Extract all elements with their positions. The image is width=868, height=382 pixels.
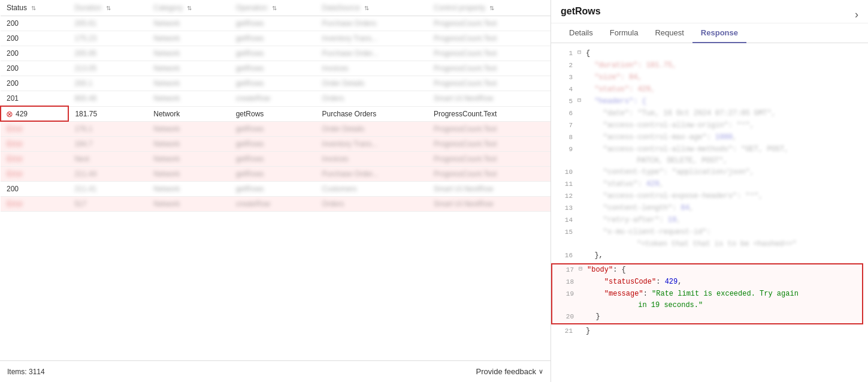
cell-control: ProgressCount.Text — [428, 137, 551, 152]
cell-status: Error — [1, 197, 68, 212]
status-value: 429 — [16, 110, 28, 118]
code-line-17: 17 ⊟ "body": { — [552, 264, 862, 276]
table-row[interactable]: 200 205.95 Network getRows Purchase Orde… — [1, 46, 551, 61]
cell-control: ProgressCount.Text — [428, 46, 551, 61]
code-line-21: 21 } — [551, 326, 868, 338]
cell-status-429: ⊗ 429 — [1, 106, 68, 121]
cell-category: Network — [147, 152, 229, 167]
chevron-right-icon[interactable]: › — [855, 8, 858, 21]
col-category[interactable]: Category ⇅ — [147, 0, 229, 16]
sort-icon-status: ⇅ — [31, 5, 36, 11]
sort-icon-control: ⇅ — [489, 5, 494, 11]
collapse-icon-5[interactable]: ⊟ — [577, 96, 586, 106]
cell-operation: getRows — [230, 152, 316, 167]
sort-icon-datasource: ⇅ — [364, 5, 369, 11]
cell-status: 200 — [1, 61, 68, 76]
table-row-error[interactable]: Error Next Network getRows Invoices Prog… — [1, 152, 551, 167]
tab-details[interactable]: Details — [561, 23, 601, 43]
cell-datasource: Purchase Order... — [316, 167, 428, 182]
cell-duration: 200.1 — [68, 76, 147, 91]
cell-status: 201 — [1, 91, 68, 107]
collapse-icon-1[interactable]: ⊟ — [577, 48, 586, 58]
cell-category: Network — [147, 137, 229, 152]
cell-status: 200 — [1, 182, 68, 197]
code-line-9: 9 "access-control-allow-methods": "GET, … — [551, 144, 868, 167]
table-row-error[interactable]: Error 211.44 Network getRows Purchase Or… — [1, 167, 551, 182]
cell-operation: getRows — [230, 182, 316, 197]
cell-duration: 213.05 — [68, 61, 147, 76]
table-row[interactable]: 200 211.41 Network getRows Customers Sma… — [1, 182, 551, 197]
table-row-error[interactable]: Error 517 Network createRow Orders Smart… — [1, 197, 551, 212]
cell-control: ProgressCount.Text — [428, 152, 551, 167]
col-operation[interactable]: Operation ⇅ — [230, 0, 316, 16]
highlighted-code-block: 17 ⊟ "body": { 18 "statusCode": 429, 19 … — [551, 263, 863, 324]
table-container[interactable]: Status ⇅ Duration ⇅ Category ⇅ Operation… — [0, 0, 551, 360]
tab-formula[interactable]: Formula — [601, 23, 647, 43]
col-status[interactable]: Status ⇅ — [1, 0, 68, 16]
cell-datasource: Invoices — [316, 152, 428, 167]
code-line-16: 16 }, — [551, 250, 868, 262]
cell-datasource: Orders — [316, 91, 428, 107]
code-line-15: 15 "x-ms-client-request-id": "<token tha… — [551, 227, 868, 249]
cell-status: Error — [1, 137, 68, 152]
code-line-11: 11 "status": 429, — [551, 179, 868, 191]
cell-duration: 517 — [68, 197, 147, 212]
cell-category: Network — [147, 31, 229, 46]
right-header: getRows › — [551, 0, 868, 23]
code-line-8: 8 "access-control-max-age": 1000, — [551, 132, 868, 144]
cell-operation: getRows — [230, 31, 316, 46]
cell-duration: 181.75 — [68, 106, 147, 121]
table-row[interactable]: 200 205.61 Network getRows Purchase Orde… — [1, 16, 551, 31]
code-line-1: 1 ⊟ { — [551, 48, 868, 60]
code-line-6: 6 "date": "Tue, 16 Oct 2024 07:27:05 GMT… — [551, 108, 868, 120]
cell-duration: 211.44 — [68, 167, 147, 182]
response-code-area[interactable]: 1 ⊟ { 2 "duration": 181.75, 3 "size": 84… — [551, 43, 868, 382]
cell-control: ProgressCount.Text — [428, 76, 551, 91]
table-row-error-highlighted[interactable]: ⊗ 429 181.75 Network getRows Purchase Or… — [1, 106, 551, 121]
cell-status: Error — [1, 167, 68, 182]
cell-datasource: Order Details — [316, 76, 428, 91]
cell-duration: 211.41 — [68, 182, 147, 197]
sort-icon-operation: ⇅ — [272, 5, 277, 11]
col-duration[interactable]: Duration ⇅ — [68, 0, 147, 16]
cell-status: Error — [1, 121, 68, 137]
tab-request[interactable]: Request — [646, 23, 692, 43]
cell-datasource: Purchase Orders — [316, 106, 428, 121]
cell-datasource: Inventory Trans... — [316, 31, 428, 46]
items-count: Items: 3114 — [7, 368, 45, 376]
cell-status: 200 — [1, 31, 68, 46]
right-panel: getRows › Details Formula Request Respon… — [551, 0, 868, 382]
cell-category: Network — [147, 106, 229, 121]
cell-category: Network — [147, 121, 229, 137]
provide-feedback-button[interactable]: Provide feedback ∨ — [476, 367, 543, 376]
table-row[interactable]: 200 213.05 Network getRows Invoices Prog… — [1, 61, 551, 76]
tab-response[interactable]: Response — [692, 23, 746, 43]
network-table: Status ⇅ Duration ⇅ Category ⇅ Operation… — [0, 0, 551, 212]
cell-control: ProgressCount.Text — [428, 31, 551, 46]
cell-datasource: Order Details — [316, 121, 428, 137]
cell-duration: 205.95 — [68, 46, 147, 61]
cell-category: Network — [147, 182, 229, 197]
code-line-12: 12 "access-control-expose-headers": "*", — [551, 191, 868, 203]
cell-operation: getRows — [230, 76, 316, 91]
cell-operation: getRows — [230, 46, 316, 61]
cell-duration: 176.1 — [68, 121, 147, 137]
code-line-10: 10 "content-type": "application/json", — [551, 167, 868, 179]
table-row-error[interactable]: Error 194.7 Network getRows Inventory Tr… — [1, 137, 551, 152]
col-datasource[interactable]: DataSource ⇅ — [316, 0, 428, 16]
code-line-20: 20 } — [552, 311, 862, 323]
collapse-icon-17[interactable]: ⊟ — [579, 264, 587, 274]
table-row[interactable]: 200 175.23 Network getRows Inventory Tra… — [1, 31, 551, 46]
col-control[interactable]: Control property ⇅ — [428, 0, 551, 16]
table-row-error[interactable]: Error 176.1 Network getRows Order Detail… — [1, 121, 551, 137]
table-row[interactable]: 200 200.1 Network getRows Order Details … — [1, 76, 551, 91]
error-circle-icon: ⊗ — [6, 109, 13, 119]
code-line-18: 18 "statusCode": 429, — [552, 276, 862, 288]
cell-datasource: Inventory Trans... — [316, 137, 428, 152]
cell-operation: createRow — [230, 91, 316, 107]
table-footer: Items: 3114 Provide feedback ∨ — [0, 360, 551, 382]
cell-category: Network — [147, 197, 229, 212]
cell-operation: getRows — [230, 106, 316, 121]
table-row[interactable]: 201 800.48 Network createRow Orders Smar… — [1, 91, 551, 107]
cell-duration: 194.7 — [68, 137, 147, 152]
